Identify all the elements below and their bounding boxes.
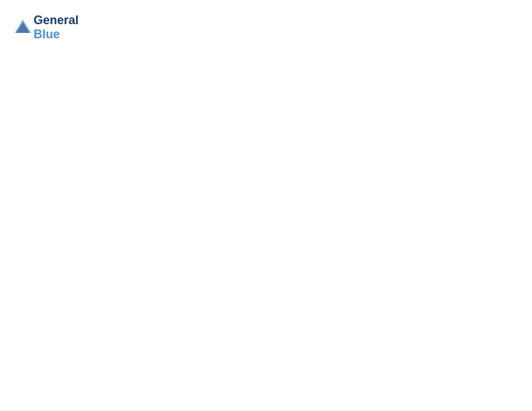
logo: General Blue — [13, 13, 79, 42]
logo-text: General Blue — [34, 13, 79, 42]
logo-icon — [13, 18, 32, 37]
page-header: General Blue — [13, 13, 519, 42]
